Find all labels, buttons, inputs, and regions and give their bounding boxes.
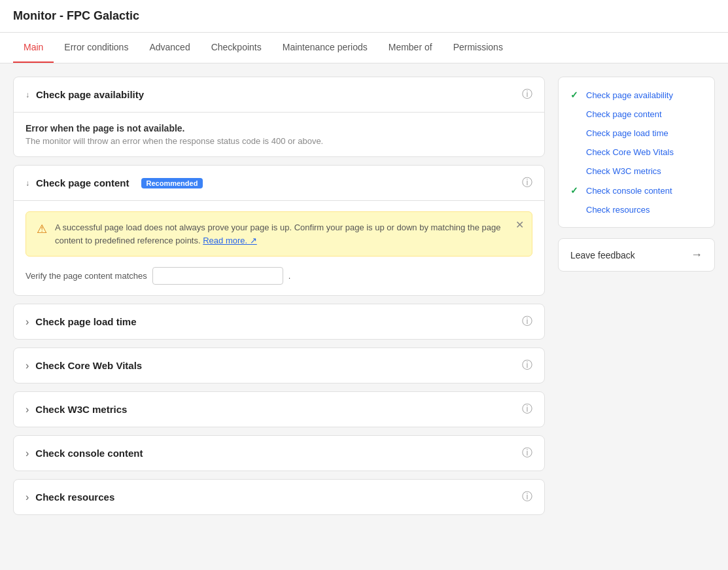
chevron-right-icon-cwv: ›	[26, 360, 29, 372]
check-icon-availability: ✓	[569, 90, 580, 100]
section-check-core-web-vitals: › Check Core Web Vitals ⓘ	[13, 347, 545, 383]
tab-error-conditions[interactable]: Error conditions	[54, 33, 139, 63]
section-body-content: ⚠ A successful page load does not always…	[14, 200, 544, 295]
info-icon-core-web-vitals[interactable]: ⓘ	[522, 359, 532, 372]
sidebar-label-w3c: Check W3C metrics	[586, 166, 661, 176]
info-icon-console[interactable]: ⓘ	[522, 446, 532, 460]
verify-input[interactable]	[152, 267, 283, 285]
section-header-w3c[interactable]: › Check W3C metrics ⓘ	[14, 392, 544, 427]
section-title-console: Check console content	[35, 448, 143, 459]
verify-row: Verify the page content matches .	[26, 267, 532, 285]
main-layout: ↓ Check page availability ⓘ Error when t…	[0, 63, 728, 528]
content-area: ↓ Check page availability ⓘ Error when t…	[13, 77, 545, 515]
sidebar-label-load-time: Check page load time	[586, 128, 668, 138]
chevron-right-icon-w3c: ›	[26, 404, 29, 416]
section-check-page-availability: ↓ Check page availability ⓘ Error when t…	[13, 77, 545, 157]
section-check-page-content: ↓ Check page content Recommended ⓘ ⚠ A s…	[13, 165, 545, 296]
sidebar-item-check-page-load-time[interactable]: Check page load time	[559, 124, 714, 143]
sidebar-nav: ✓ Check page availability Check page con…	[558, 77, 715, 228]
section-title-w3c: Check W3C metrics	[35, 404, 127, 415]
section-check-page-load-time: › Check page load time ⓘ	[13, 304, 545, 340]
verify-suffix: .	[288, 271, 291, 281]
sidebar-item-check-w3c[interactable]: Check W3C metrics	[559, 162, 714, 181]
section-check-w3c-metrics: › Check W3C metrics ⓘ	[13, 391, 545, 427]
section-check-console-content: › Check console content ⓘ	[13, 435, 545, 471]
section-header-check-page-availability[interactable]: ↓ Check page availability ⓘ	[14, 77, 544, 112]
availability-main-text: Error when the page is not available.	[26, 123, 532, 134]
tab-maintenance-periods[interactable]: Maintenance periods	[272, 33, 378, 63]
leave-feedback-button[interactable]: Leave feedback →	[558, 238, 715, 272]
leave-feedback-label: Leave feedback	[570, 250, 635, 260]
tab-checkpoints[interactable]: Checkpoints	[201, 33, 272, 63]
section-check-resources: › Check resources ⓘ	[13, 479, 545, 515]
section-header-console[interactable]: › Check console content ⓘ	[14, 436, 544, 471]
tab-member-of[interactable]: Member of	[378, 33, 443, 63]
chevron-right-icon-console: ›	[26, 448, 29, 459]
info-icon-content[interactable]: ⓘ	[522, 176, 532, 190]
chevron-down-icon-content: ↓	[26, 179, 29, 188]
chevron-down-icon: ↓	[26, 90, 29, 99]
section-title-core-web-vitals: Check Core Web Vitals	[35, 360, 142, 371]
alert-close-button[interactable]: ✕	[515, 219, 524, 231]
sidebar-item-check-console-content[interactable]: ✓ Check console content	[559, 181, 714, 200]
info-icon-availability[interactable]: ⓘ	[522, 88, 532, 101]
alert-box: ⚠ A successful page load does not always…	[26, 211, 532, 257]
verify-label: Verify the page content matches	[26, 271, 147, 281]
section-body-availability: Error when the page is not available. Th…	[14, 112, 544, 156]
section-title-content: Check page content	[36, 177, 130, 188]
info-icon-resources[interactable]: ⓘ	[522, 490, 532, 504]
sidebar-label-cwv: Check Core Web Vitals	[586, 147, 674, 157]
page-title: Monitor - FPC Galactic	[13, 9, 139, 22]
sidebar-item-check-page-availability[interactable]: ✓ Check page availability	[559, 85, 714, 105]
section-header-resources[interactable]: › Check resources ⓘ	[14, 480, 544, 514]
alert-text: A successful page load does not always p…	[55, 221, 521, 247]
section-title-load-time: Check page load time	[35, 316, 136, 327]
arrow-right-icon: →	[691, 248, 702, 262]
info-icon-load-time[interactable]: ⓘ	[522, 315, 532, 329]
sidebar-item-check-core-web-vitals[interactable]: Check Core Web Vitals	[559, 143, 714, 162]
sidebar: ✓ Check page availability Check page con…	[558, 77, 715, 272]
page-header: Monitor - FPC Galactic	[0, 0, 728, 33]
badge-recommended: Recommended	[141, 178, 203, 188]
info-icon-w3c[interactable]: ⓘ	[522, 402, 532, 416]
chevron-right-icon-resources: ›	[26, 491, 29, 503]
tab-advanced[interactable]: Advanced	[139, 33, 200, 63]
sidebar-label-content: Check page content	[586, 109, 662, 119]
section-header-core-web-vitals[interactable]: › Check Core Web Vitals ⓘ	[14, 348, 544, 383]
tab-permissions[interactable]: Permissions	[443, 33, 513, 63]
sidebar-label-availability: Check page availability	[586, 90, 673, 100]
read-more-link[interactable]: Read more. ↗	[203, 236, 257, 245]
chevron-right-icon-loadtime: ›	[26, 316, 29, 328]
check-icon-console: ✓	[569, 185, 580, 196]
section-title-availability: Check page availability	[36, 89, 144, 100]
availability-sub-text: The monitor will throw an error when the…	[26, 136, 532, 146]
sidebar-item-check-resources[interactable]: Check resources	[559, 200, 714, 219]
tabs-bar: Main Error conditions Advanced Checkpoin…	[0, 33, 728, 63]
sidebar-item-check-page-content[interactable]: Check page content	[559, 105, 714, 124]
tab-main[interactable]: Main	[13, 33, 54, 63]
sidebar-label-console: Check console content	[586, 186, 672, 196]
warning-icon: ⚠	[37, 222, 47, 236]
section-header-load-time[interactable]: › Check page load time ⓘ	[14, 304, 544, 339]
section-header-check-page-content[interactable]: ↓ Check page content Recommended ⓘ	[14, 166, 544, 200]
section-title-resources: Check resources	[35, 491, 114, 503]
sidebar-label-resources: Check resources	[586, 205, 650, 215]
